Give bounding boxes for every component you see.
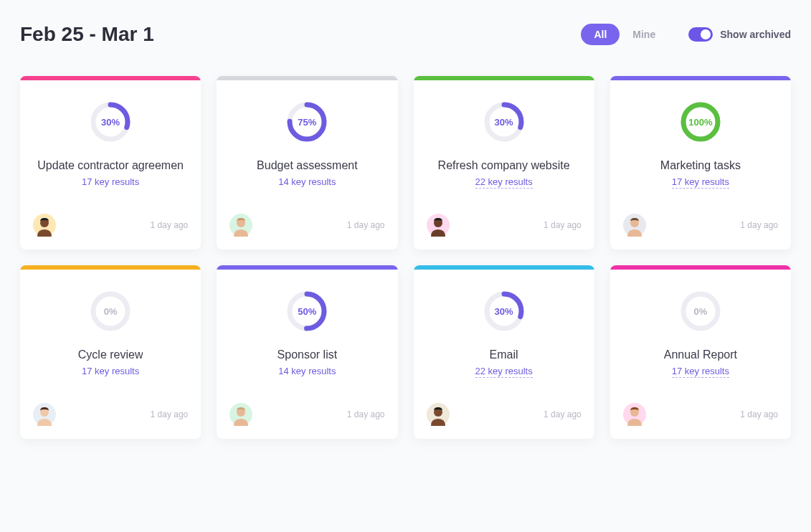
card-body: 75% Budget assessment 14 key results xyxy=(217,80,397,214)
avatar[interactable] xyxy=(427,403,450,426)
progress-ring: 75% xyxy=(285,100,328,143)
card-body: 30% Refresh company website 22 key resul… xyxy=(414,80,594,214)
card-timestamp: 1 day ago xyxy=(151,409,189,419)
card-body: 30% Update contractor agreemen 17 key re… xyxy=(20,80,201,214)
card-title: Sponsor list xyxy=(278,348,338,361)
card-footer: 1 day ago xyxy=(217,214,397,250)
avatar[interactable] xyxy=(623,214,646,237)
progress-text: 50% xyxy=(285,290,328,333)
card-timestamp: 1 day ago xyxy=(740,409,778,419)
avatar[interactable] xyxy=(229,214,252,237)
card-footer: 1 day ago xyxy=(217,403,397,439)
card-footer: 1 day ago xyxy=(20,214,201,250)
card-body: 30% Email 22 key results xyxy=(414,270,594,403)
avatar[interactable] xyxy=(427,214,450,237)
card-footer: 1 day ago xyxy=(414,214,594,250)
card-key-results: 17 key results xyxy=(82,366,139,376)
card-key-results[interactable]: 22 key results xyxy=(475,176,533,189)
card-body: 0% Cycle review 17 key results xyxy=(20,270,201,403)
archived-toggle-label: Show archived xyxy=(720,29,791,40)
progress-text: 30% xyxy=(483,100,526,143)
card-grid: 30% Update contractor agreemen 17 key re… xyxy=(20,76,791,439)
objective-card[interactable]: 0% Annual Report 17 key results 1 day ag… xyxy=(610,265,791,439)
objective-card[interactable]: 0% Cycle review 17 key results 1 day ago xyxy=(20,265,201,439)
date-range-title: Feb 25 - Mar 1 xyxy=(20,23,154,46)
card-timestamp: 1 day ago xyxy=(347,220,385,230)
card-title: Update contractor agreemen xyxy=(37,159,184,172)
card-title: Marketing tasks xyxy=(660,159,741,172)
filter-pills: All Mine xyxy=(581,24,668,45)
objective-card[interactable]: 50% Sponsor list 14 key results 1 day ag… xyxy=(217,265,397,439)
objective-card[interactable]: 30% Email 22 key results 1 day ago xyxy=(414,265,594,439)
card-body: 50% Sponsor list 14 key results xyxy=(217,270,397,403)
avatar[interactable] xyxy=(623,403,646,426)
progress-text: 30% xyxy=(483,290,526,333)
header-controls: All Mine Show archived xyxy=(581,24,791,45)
progress-ring: 0% xyxy=(89,290,132,333)
card-key-results: 14 key results xyxy=(278,176,336,187)
objective-card[interactable]: 75% Budget assessment 14 key results 1 d… xyxy=(217,76,397,250)
objective-card[interactable]: 100% Marketing tasks 17 key results 1 da… xyxy=(610,76,791,250)
card-body: 100% Marketing tasks 17 key results xyxy=(610,80,791,214)
card-title: Annual Report xyxy=(664,348,737,361)
card-key-results: 17 key results xyxy=(82,176,139,187)
card-key-results: 14 key results xyxy=(278,366,336,376)
progress-ring: 30% xyxy=(483,100,526,143)
card-footer: 1 day ago xyxy=(610,214,791,250)
objective-card[interactable]: 30% Refresh company website 22 key resul… xyxy=(414,76,594,250)
progress-text: 100% xyxy=(679,100,722,143)
card-footer: 1 day ago xyxy=(414,403,594,439)
avatar[interactable] xyxy=(229,403,252,426)
card-key-results[interactable]: 22 key results xyxy=(475,366,533,378)
progress-ring: 30% xyxy=(483,290,526,333)
card-key-results[interactable]: 17 key results xyxy=(672,176,729,189)
card-timestamp: 1 day ago xyxy=(740,220,778,230)
card-title: Cycle review xyxy=(78,348,143,361)
progress-text: 0% xyxy=(89,290,132,333)
card-title: Budget assessment xyxy=(257,159,358,172)
card-footer: 1 day ago xyxy=(610,403,791,439)
card-footer: 1 day ago xyxy=(20,403,201,439)
archived-toggle[interactable] xyxy=(688,27,713,42)
card-timestamp: 1 day ago xyxy=(544,409,582,419)
card-key-results[interactable]: 17 key results xyxy=(672,366,729,378)
card-title: Refresh company website xyxy=(438,159,570,172)
avatar[interactable] xyxy=(33,214,56,237)
card-timestamp: 1 day ago xyxy=(347,409,385,419)
card-body: 0% Annual Report 17 key results xyxy=(610,270,791,403)
progress-text: 30% xyxy=(89,100,132,143)
filter-all-button[interactable]: All xyxy=(581,24,620,45)
progress-ring: 100% xyxy=(679,100,722,143)
card-timestamp: 1 day ago xyxy=(544,220,582,230)
card-timestamp: 1 day ago xyxy=(151,220,189,230)
progress-ring: 0% xyxy=(679,290,722,333)
archived-toggle-wrap: Show archived xyxy=(688,27,791,42)
card-title: Email xyxy=(490,348,518,361)
progress-ring: 50% xyxy=(285,290,328,333)
filter-mine-button[interactable]: Mine xyxy=(620,24,668,45)
progress-text: 0% xyxy=(679,290,722,333)
progress-ring: 30% xyxy=(89,100,132,143)
avatar[interactable] xyxy=(33,403,56,426)
progress-text: 75% xyxy=(285,100,328,143)
objective-card[interactable]: 30% Update contractor agreemen 17 key re… xyxy=(20,76,201,250)
